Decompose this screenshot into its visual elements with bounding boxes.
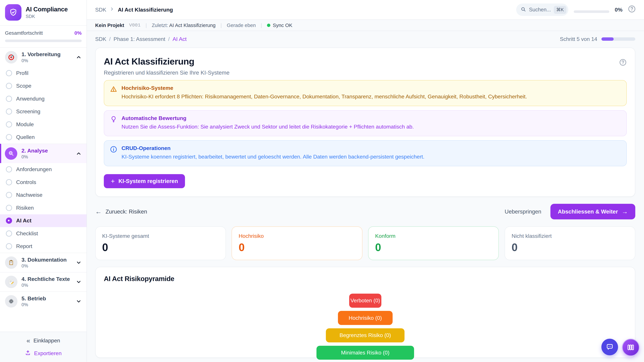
stat-label: KI-Systeme gesamt — [102, 233, 219, 239]
sync-status-label: Sync OK — [273, 22, 292, 28]
last-step-label: Zuletzt: — [152, 22, 168, 28]
double-chevron-left-icon: « — [26, 337, 30, 344]
page-title: AI Act Klassifizierung — [104, 56, 627, 67]
sidebar-item-quellen[interactable]: Quellen — [0, 131, 86, 144]
help-icon[interactable] — [628, 5, 636, 14]
search-input[interactable]: Suchen... ⌘K — [516, 3, 568, 16]
skip-button[interactable]: Ueberspringen — [505, 209, 541, 215]
alert-text: Hochrisiko-KI erfordert 8 Pflichten: Ris… — [122, 93, 527, 100]
status-bar: Kein Projekt V001 | Zuletzt: AI Act Klas… — [87, 20, 644, 31]
gear-icon — [5, 295, 18, 308]
section-header-dokumentation[interactable]: 3. Dokumentation 0% — [0, 253, 86, 272]
radio-icon — [6, 134, 12, 140]
section-title: 3. Dokumentation — [22, 256, 66, 263]
sidebar-section-betrieb: 5. Betrieb 0% — [0, 292, 86, 311]
back-label: Zurueck: Risiken — [106, 209, 147, 215]
version-badge: V001 — [129, 22, 140, 28]
stat-value: 0 — [512, 242, 628, 253]
sidebar-item-controls[interactable]: Controls — [0, 176, 86, 189]
last-sync-time: Gerade eben — [227, 22, 256, 28]
breadcrumb-root[interactable]: SDK — [95, 7, 106, 13]
pyramid-level-begrenztes-risiko: Begrenztes Risiko (0) — [326, 328, 404, 343]
sidebar-item-nachweise[interactable]: Nachweise — [0, 189, 86, 201]
section-title: 1. Vorbereitung — [22, 51, 60, 58]
pyramid-level-hochrisiko: Hochrisiko (0) — [338, 311, 392, 325]
chevron-right-icon — [110, 6, 114, 13]
alert-title: Automatische Bewertung — [122, 115, 414, 121]
section-progress: 0% — [22, 302, 46, 308]
sidebar-item-checklist[interactable]: Checklist — [0, 227, 86, 240]
radio-icon — [6, 96, 12, 102]
risk-pyramid: Verboten (0) Hochrisiko (0) Begrenztes R… — [104, 294, 627, 360]
radio-icon — [6, 179, 12, 185]
overall-progress-track — [5, 39, 82, 42]
plus-icon: + — [111, 178, 115, 184]
export-button[interactable]: Exportieren — [25, 350, 62, 357]
back-button[interactable]: ← Zurueck: Risiken — [95, 208, 147, 215]
stat-value: 0 — [375, 242, 492, 253]
content-breadcrumb-row: SDK / Phase 1: Assessment / AI Act Schri… — [95, 36, 636, 42]
finish-and-next-button[interactable]: Abschliessen & Weiter → — [550, 204, 635, 219]
register-button-label: KI-System registrieren — [118, 178, 178, 184]
topbar-breadcrumb: SDK AI Act Klassifizierung — [95, 6, 173, 13]
register-ai-system-button[interactable]: + KI-System registrieren — [104, 174, 185, 188]
alert-text: Nutzen Sie die Assess-Funktion: Sie anal… — [122, 123, 414, 131]
sidebar-section-analyse: 2. Analyse 0% Anforderungen Controls Nac… — [0, 144, 86, 253]
app-subtitle: SDK — [26, 14, 68, 19]
sidebar-item-risiken[interactable]: Risiken — [0, 201, 86, 214]
radio-icon — [6, 108, 12, 115]
sidebar-item-scope[interactable]: Scope — [0, 80, 86, 92]
classification-card: AI Act Klassifizierung Registrieren und … — [95, 48, 636, 197]
info-circle-icon — [110, 145, 117, 161]
section-header-betrieb[interactable]: 5. Betrieb 0% — [0, 292, 86, 311]
clipboard-icon — [5, 256, 18, 269]
search-icon — [521, 6, 526, 13]
sidebar-item-anforderungen[interactable]: Anforderungen — [0, 163, 86, 176]
sidebar-item-report[interactable]: Report — [0, 240, 86, 253]
sidebar-section-dokumentation: 3. Dokumentation 0% — [0, 253, 86, 272]
crud-info-alert: CRUD-Operationen KI-Systeme koennen regi… — [104, 140, 627, 166]
radio-icon — [6, 83, 12, 89]
content-breadcrumb: SDK / Phase 1: Assessment / AI Act — [95, 36, 187, 42]
keyboard-shortcut-badge: ⌘K — [554, 6, 566, 14]
breadcrumb-phase[interactable]: Phase 1: Assessment — [114, 36, 165, 42]
app-logo-row: AI Compliance SDK — [0, 0, 86, 26]
upload-icon — [25, 350, 31, 357]
header-progress-value: 0% — [615, 7, 622, 13]
breadcrumb-sdk[interactable]: SDK — [95, 36, 106, 42]
sidebar-item-profil[interactable]: Profil — [0, 67, 86, 79]
section-header-analyse[interactable]: 2. Analyse 0% — [0, 144, 86, 163]
project-name: Kein Projekt — [95, 22, 124, 28]
section-header-vorbereitung[interactable]: 1. Vorbereitung 0% — [0, 48, 86, 67]
pyramid-level-verboten: Verboten (0) — [349, 294, 381, 308]
stat-label: Konform — [375, 233, 492, 239]
sidebar-item-module[interactable]: Module — [0, 118, 86, 131]
section-title: 5. Betrieb — [22, 295, 46, 302]
header-progress-track — [574, 10, 609, 13]
sidebar-item-anwendung[interactable]: Anwendung — [0, 92, 86, 105]
stats-row: KI-Systeme gesamt 0 Hochrisiko 0 Konform… — [95, 226, 636, 260]
sidebar: AI Compliance SDK Gesamtfortschritt 0% 1… — [0, 0, 87, 362]
card-help-icon[interactable] — [619, 59, 626, 67]
collapse-sidebar-button[interactable]: « Einklappen — [26, 337, 60, 344]
sidebar-item-ai-act[interactable]: AI Act — [0, 214, 86, 227]
last-step-value: AI Act Klassifizierung — [169, 22, 216, 28]
stat-value: 0 — [239, 242, 355, 253]
section-progress: 0% — [22, 282, 70, 288]
chat-assistant-button[interactable] — [602, 339, 618, 355]
section-header-rechtliche-texte[interactable]: 4. Rechtliche Texte 0% — [0, 272, 86, 292]
kanban-board-button[interactable] — [622, 339, 640, 356]
section-progress: 0% — [22, 263, 66, 269]
warning-triangle-icon — [110, 85, 117, 100]
stat-card-compliant: Konform 0 — [368, 226, 499, 260]
radio-icon — [6, 230, 12, 237]
app-title: AI Compliance — [26, 6, 68, 13]
chevron-down-icon — [76, 260, 82, 266]
pyramid-title: AI Act Risikopyramide — [104, 275, 627, 283]
sidebar-section-vorbereitung: 1. Vorbereitung 0% Profil Scope Anwendun… — [0, 48, 86, 144]
chat-bubble-icon — [606, 343, 614, 351]
section-progress: 0% — [22, 154, 48, 160]
sidebar-item-screening[interactable]: Screening — [0, 105, 86, 118]
content-area: SDK / Phase 1: Assessment / AI Act Schri… — [87, 31, 644, 362]
topbar: SDK AI Act Klassifizierung Suchen... ⌘K … — [87, 0, 644, 20]
